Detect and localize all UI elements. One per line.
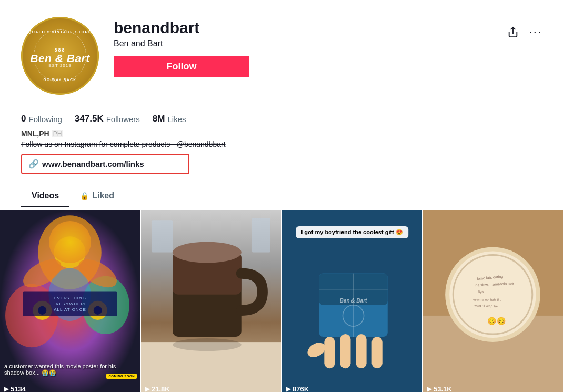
svg-rect-28 bbox=[340, 334, 350, 368]
video-thumb-4[interactable]: lomo luh, dating na slow, mamahsin hee l… bbox=[423, 210, 563, 392]
svg-rect-18 bbox=[152, 220, 173, 252]
avatar-top-text: Quality Vintage Store bbox=[28, 30, 92, 34]
stats-section: 0 Following 347.5K Followers 8M Likes MN… bbox=[0, 105, 563, 174]
video-art-3: Ben & Bart I got my boyfriend the cooles… bbox=[282, 210, 422, 392]
video-stats-4: ▶ 53.1K bbox=[427, 385, 452, 392]
svg-rect-29 bbox=[356, 334, 367, 368]
svg-text:Ben & Bart: Ben & Bart bbox=[340, 298, 367, 304]
likes-count: 8M bbox=[153, 114, 165, 124]
svg-text:😊😊: 😊😊 bbox=[487, 316, 506, 326]
display-name: Ben and Bart bbox=[114, 39, 542, 48]
svg-rect-27 bbox=[324, 337, 335, 368]
svg-point-17 bbox=[173, 338, 241, 351]
location-text: MNL,PH bbox=[21, 129, 49, 138]
profile-info: benandbart Ben and Bart Follow bbox=[114, 17, 542, 77]
video-stats-1: ▶ 5134 bbox=[4, 385, 26, 392]
video-overlay-bubble: I got my boyfriend the coolest gift 😍 bbox=[296, 226, 408, 238]
video-art-1: EVERYTHING EVERYWHERE ALL AT ONCE a cust… bbox=[0, 210, 140, 392]
video-thumb-3[interactable]: Ben & Bart I got my boyfriend the cooles… bbox=[282, 210, 422, 392]
link-icon: 🔗 bbox=[28, 159, 39, 169]
avatar-bottom-text: Go Way Back bbox=[43, 78, 76, 82]
video-art-4: lomo luh, dating na slow, mamahsin hee l… bbox=[423, 210, 563, 392]
coming-soon-badge: COMING SOON bbox=[106, 374, 137, 379]
play-icon-3: ▶ bbox=[286, 386, 290, 392]
play-icon-4: ▶ bbox=[427, 386, 431, 392]
more-options-button[interactable]: ··· bbox=[529, 25, 542, 39]
more-dots-icon: ··· bbox=[529, 25, 542, 39]
video-art-svg-4: lomo luh, dating na slow, mamahsin hee l… bbox=[423, 210, 563, 392]
share-button[interactable] bbox=[507, 26, 519, 38]
play-count-4: 53.1K bbox=[434, 385, 452, 392]
play-icon-1: ▶ bbox=[4, 386, 8, 392]
svg-rect-19 bbox=[252, 218, 270, 252]
svg-text:eyes na no. bahi if u: eyes na no. bahi if u bbox=[473, 298, 501, 301]
video-art-2 bbox=[141, 210, 281, 392]
avatar: Quality Vintage Store 888 Ben & Bart EST… bbox=[21, 17, 99, 95]
play-icon-2: ▶ bbox=[145, 386, 149, 392]
tab-liked-label: Liked bbox=[92, 191, 114, 200]
location-row: MNL,PH PH bbox=[21, 129, 542, 138]
username: benandbart bbox=[114, 19, 542, 37]
video-thumb-1[interactable]: EVERYTHING EVERYWHERE ALL AT ONCE a cust… bbox=[0, 210, 140, 392]
video-stats-2: ▶ 21.8K bbox=[145, 385, 170, 392]
stats-row: 0 Following 347.5K Followers 8M Likes bbox=[21, 114, 542, 124]
video-thumb-2[interactable]: ▶ 21.8K bbox=[141, 210, 281, 392]
video-stats-3: ▶ 876K bbox=[286, 385, 309, 392]
link-url: www.benandbart.com/links bbox=[42, 159, 144, 168]
likes-label: Likes bbox=[167, 115, 186, 124]
profile-section: Quality Vintage Store 888 Ben & Bart EST… bbox=[0, 0, 563, 105]
followers-label: Followers bbox=[106, 115, 140, 124]
svg-rect-30 bbox=[372, 337, 383, 368]
follow-button[interactable]: Follow bbox=[114, 56, 249, 77]
following-label: Following bbox=[28, 115, 62, 124]
followers-count: 347.5K bbox=[75, 114, 104, 124]
play-count-1: 5134 bbox=[11, 385, 26, 392]
followers-stat: 347.5K Followers bbox=[75, 114, 140, 124]
location-sub: PH bbox=[52, 130, 64, 137]
tab-videos-label: Videos bbox=[32, 191, 59, 200]
likes-stat: 8M Likes bbox=[153, 114, 186, 124]
play-count-2: 21.8K bbox=[152, 385, 170, 392]
avatar-wrapper: Quality Vintage Store 888 Ben & Bart EST… bbox=[21, 17, 99, 95]
following-stat: 0 Following bbox=[21, 114, 62, 124]
profile-link[interactable]: 🔗 www.benandbart.com/links bbox=[21, 154, 189, 174]
lock-icon: 🔒 bbox=[80, 192, 89, 200]
play-count-3: 876K bbox=[293, 385, 309, 392]
following-count: 0 bbox=[21, 114, 26, 124]
tabs-section: Videos 🔒 Liked bbox=[0, 185, 563, 207]
bio-text: Follow us on Instagram for complete prod… bbox=[21, 140, 542, 148]
video-art-svg-2 bbox=[141, 210, 281, 392]
videos-grid: EVERYTHING EVERYWHERE ALL AT ONCE a cust… bbox=[0, 208, 563, 392]
tab-liked[interactable]: 🔒 Liked bbox=[69, 185, 125, 207]
movie-title-overlay: EVERYTHING EVERYWHERE ALL AT ONCE bbox=[23, 292, 117, 316]
svg-point-15 bbox=[173, 242, 241, 263]
share-icon bbox=[507, 26, 519, 38]
tab-videos[interactable]: Videos bbox=[21, 185, 69, 207]
